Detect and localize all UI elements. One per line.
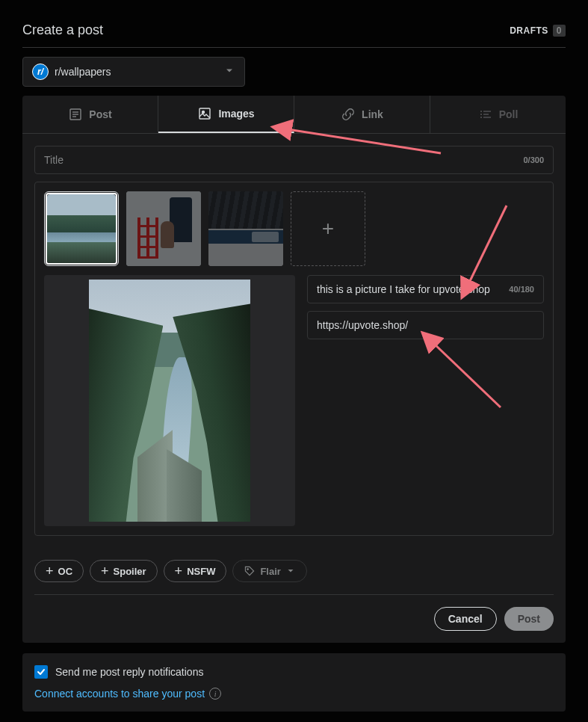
oc-label: OC — [58, 566, 73, 577]
svg-rect-4 — [199, 108, 210, 119]
cancel-label: Cancel — [448, 613, 483, 625]
nsfw-tag-button[interactable]: +NSFW — [164, 560, 227, 582]
plus-icon: + — [175, 564, 183, 578]
plus-icon: + — [101, 564, 109, 578]
tab-images-label: Images — [218, 108, 254, 120]
thumbnail-image — [126, 191, 201, 266]
title-input[interactable] — [44, 154, 523, 166]
nsfw-label: NSFW — [187, 566, 215, 577]
svg-point-5 — [202, 111, 205, 114]
image-meta-column: this is a picture I take for upvote.shop… — [307, 275, 544, 526]
image-preview — [44, 275, 295, 526]
post-label: Post — [518, 613, 540, 625]
connect-label: Connect accounts to share your post — [34, 688, 205, 700]
connect-accounts-link[interactable]: Connect accounts to share your post i — [34, 688, 554, 700]
caption-text: this is a picture I take for upvote.shop — [317, 283, 503, 295]
oc-tag-button[interactable]: +OC — [34, 560, 84, 582]
tab-poll-label: Poll — [499, 108, 519, 120]
tab-link-label: Link — [362, 108, 383, 120]
notify-label: Send me post reply notifications — [55, 666, 203, 678]
tab-post-label: Post — [89, 108, 111, 120]
tab-link[interactable]: Link — [294, 96, 430, 133]
thumbnail-1[interactable] — [44, 191, 119, 266]
preview-image — [89, 280, 250, 522]
tag-icon — [244, 565, 256, 577]
tab-images[interactable]: Images — [158, 96, 294, 133]
chevron-down-icon — [223, 65, 235, 79]
link-input[interactable]: https://upvote.shop/ — [307, 311, 544, 339]
post-icon — [68, 107, 83, 122]
tab-body: 0/300 — [22, 134, 566, 548]
preview-row: this is a picture I take for upvote.shop… — [44, 275, 544, 526]
community-icon: r/ — [32, 64, 49, 80]
caption-counter: 40/180 — [509, 285, 534, 294]
svg-point-12 — [247, 569, 249, 570]
add-image-button[interactable]: + — [291, 191, 365, 266]
info-icon: i — [209, 688, 221, 700]
plus-icon: + — [322, 217, 334, 241]
drafts-count: 0 — [553, 25, 566, 37]
community-name: r/wallpapers — [55, 66, 217, 78]
community-select[interactable]: r/ r/wallpapers — [22, 57, 245, 87]
title-counter: 0/300 — [523, 155, 544, 164]
thumbnail-image — [208, 191, 283, 266]
spoiler-tag-button[interactable]: +Spoiler — [90, 560, 158, 582]
thumbnail-3[interactable] — [208, 191, 283, 266]
plus-icon: + — [46, 564, 54, 578]
post-button[interactable]: Post — [504, 607, 554, 631]
thumbnail-image — [47, 194, 116, 263]
cancel-button[interactable]: Cancel — [434, 607, 497, 631]
flair-label: Flair — [260, 566, 280, 577]
link-text: https://upvote.shop/ — [317, 319, 534, 331]
caption-input[interactable]: this is a picture I take for upvote.shop… — [307, 275, 544, 303]
header: Create a post DRAFTS 0 — [22, 22, 566, 48]
image-icon — [197, 106, 212, 121]
link-icon — [341, 107, 356, 122]
title-field-wrapper: 0/300 — [34, 146, 554, 174]
tabs: Post Images Link Poll — [22, 96, 566, 134]
poll-icon — [478, 107, 493, 122]
drafts-button[interactable]: DRAFTS 0 — [510, 25, 566, 37]
drafts-label: DRAFTS — [510, 25, 548, 36]
footer-panel: Send me post reply notifications Connect… — [22, 653, 566, 712]
tag-row: +OC +Spoiler +NSFW Flair — [22, 548, 566, 588]
tab-poll: Poll — [430, 96, 566, 133]
divider — [34, 594, 554, 595]
spoiler-label: Spoiler — [114, 566, 146, 577]
flair-tag-button[interactable]: Flair — [232, 560, 306, 582]
thumbnail-row: + — [44, 191, 544, 266]
chevron-down-icon — [285, 566, 296, 576]
gallery-area: + — [34, 182, 554, 536]
tab-post[interactable]: Post — [22, 96, 158, 133]
action-row: Cancel Post — [34, 607, 554, 631]
post-panel: Post Images Link Poll 0/300 — [22, 96, 566, 643]
notify-checkbox[interactable] — [34, 665, 48, 679]
check-icon — [37, 667, 46, 676]
page-title: Create a post — [22, 22, 103, 38]
notify-row: Send me post reply notifications — [34, 665, 554, 679]
thumbnail-2[interactable] — [126, 191, 201, 266]
